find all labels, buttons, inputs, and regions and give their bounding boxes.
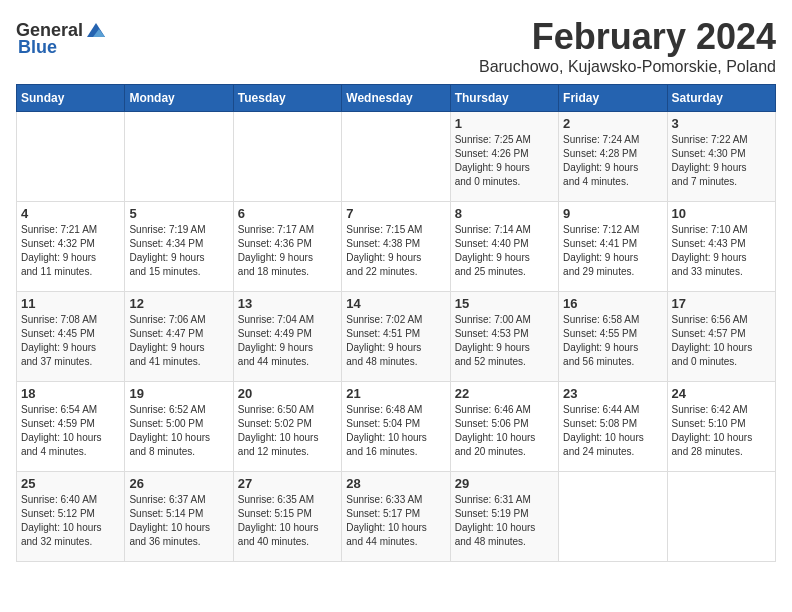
day-cell: 13Sunrise: 7:04 AMSunset: 4:49 PMDayligh… xyxy=(233,292,341,382)
day-cell xyxy=(17,112,125,202)
day-info: Sunrise: 6:33 AMSunset: 5:17 PMDaylight:… xyxy=(346,493,445,549)
day-number: 6 xyxy=(238,206,337,221)
day-info: Sunrise: 7:00 AMSunset: 4:53 PMDaylight:… xyxy=(455,313,554,369)
day-number: 2 xyxy=(563,116,662,131)
week-row-2: 11Sunrise: 7:08 AMSunset: 4:45 PMDayligh… xyxy=(17,292,776,382)
day-cell: 23Sunrise: 6:44 AMSunset: 5:08 PMDayligh… xyxy=(559,382,667,472)
day-number: 18 xyxy=(21,386,120,401)
day-cell: 27Sunrise: 6:35 AMSunset: 5:15 PMDayligh… xyxy=(233,472,341,562)
day-number: 10 xyxy=(672,206,771,221)
day-cell: 21Sunrise: 6:48 AMSunset: 5:04 PMDayligh… xyxy=(342,382,450,472)
day-info: Sunrise: 6:54 AMSunset: 4:59 PMDaylight:… xyxy=(21,403,120,459)
calendar-table: SundayMondayTuesdayWednesdayThursdayFrid… xyxy=(16,84,776,562)
day-info: Sunrise: 6:31 AMSunset: 5:19 PMDaylight:… xyxy=(455,493,554,549)
day-number: 23 xyxy=(563,386,662,401)
day-cell: 22Sunrise: 6:46 AMSunset: 5:06 PMDayligh… xyxy=(450,382,558,472)
day-info: Sunrise: 6:42 AMSunset: 5:10 PMDaylight:… xyxy=(672,403,771,459)
day-number: 29 xyxy=(455,476,554,491)
day-info: Sunrise: 7:06 AMSunset: 4:47 PMDaylight:… xyxy=(129,313,228,369)
day-cell: 20Sunrise: 6:50 AMSunset: 5:02 PMDayligh… xyxy=(233,382,341,472)
day-info: Sunrise: 7:24 AMSunset: 4:28 PMDaylight:… xyxy=(563,133,662,189)
day-info: Sunrise: 7:08 AMSunset: 4:45 PMDaylight:… xyxy=(21,313,120,369)
logo-blue-text: Blue xyxy=(18,37,57,58)
day-info: Sunrise: 6:37 AMSunset: 5:14 PMDaylight:… xyxy=(129,493,228,549)
day-cell: 16Sunrise: 6:58 AMSunset: 4:55 PMDayligh… xyxy=(559,292,667,382)
week-row-4: 25Sunrise: 6:40 AMSunset: 5:12 PMDayligh… xyxy=(17,472,776,562)
day-number: 8 xyxy=(455,206,554,221)
day-info: Sunrise: 7:25 AMSunset: 4:26 PMDaylight:… xyxy=(455,133,554,189)
day-number: 20 xyxy=(238,386,337,401)
day-number: 22 xyxy=(455,386,554,401)
calendar-header: SundayMondayTuesdayWednesdayThursdayFrid… xyxy=(17,85,776,112)
day-cell: 24Sunrise: 6:42 AMSunset: 5:10 PMDayligh… xyxy=(667,382,775,472)
day-cell: 25Sunrise: 6:40 AMSunset: 5:12 PMDayligh… xyxy=(17,472,125,562)
day-info: Sunrise: 6:48 AMSunset: 5:04 PMDaylight:… xyxy=(346,403,445,459)
day-info: Sunrise: 7:02 AMSunset: 4:51 PMDaylight:… xyxy=(346,313,445,369)
day-cell: 7Sunrise: 7:15 AMSunset: 4:38 PMDaylight… xyxy=(342,202,450,292)
day-cell: 14Sunrise: 7:02 AMSunset: 4:51 PMDayligh… xyxy=(342,292,450,382)
day-cell xyxy=(559,472,667,562)
header-cell-sunday: Sunday xyxy=(17,85,125,112)
title-area: February 2024 Baruchowo, Kujawsko-Pomors… xyxy=(479,16,776,76)
day-cell: 6Sunrise: 7:17 AMSunset: 4:36 PMDaylight… xyxy=(233,202,341,292)
day-info: Sunrise: 7:14 AMSunset: 4:40 PMDaylight:… xyxy=(455,223,554,279)
header-cell-saturday: Saturday xyxy=(667,85,775,112)
header-cell-thursday: Thursday xyxy=(450,85,558,112)
header-row: SundayMondayTuesdayWednesdayThursdayFrid… xyxy=(17,85,776,112)
day-info: Sunrise: 7:19 AMSunset: 4:34 PMDaylight:… xyxy=(129,223,228,279)
day-number: 12 xyxy=(129,296,228,311)
day-cell: 11Sunrise: 7:08 AMSunset: 4:45 PMDayligh… xyxy=(17,292,125,382)
day-number: 7 xyxy=(346,206,445,221)
day-info: Sunrise: 7:22 AMSunset: 4:30 PMDaylight:… xyxy=(672,133,771,189)
day-cell: 1Sunrise: 7:25 AMSunset: 4:26 PMDaylight… xyxy=(450,112,558,202)
location-subtitle: Baruchowo, Kujawsko-Pomorskie, Poland xyxy=(479,58,776,76)
day-cell: 29Sunrise: 6:31 AMSunset: 5:19 PMDayligh… xyxy=(450,472,558,562)
day-number: 25 xyxy=(21,476,120,491)
day-info: Sunrise: 7:15 AMSunset: 4:38 PMDaylight:… xyxy=(346,223,445,279)
day-number: 26 xyxy=(129,476,228,491)
day-cell: 5Sunrise: 7:19 AMSunset: 4:34 PMDaylight… xyxy=(125,202,233,292)
day-info: Sunrise: 6:40 AMSunset: 5:12 PMDaylight:… xyxy=(21,493,120,549)
day-number: 21 xyxy=(346,386,445,401)
day-info: Sunrise: 7:17 AMSunset: 4:36 PMDaylight:… xyxy=(238,223,337,279)
day-number: 11 xyxy=(21,296,120,311)
day-cell: 17Sunrise: 6:56 AMSunset: 4:57 PMDayligh… xyxy=(667,292,775,382)
logo-icon xyxy=(85,21,107,41)
header-cell-friday: Friday xyxy=(559,85,667,112)
day-number: 9 xyxy=(563,206,662,221)
day-number: 13 xyxy=(238,296,337,311)
week-row-1: 4Sunrise: 7:21 AMSunset: 4:32 PMDaylight… xyxy=(17,202,776,292)
day-number: 28 xyxy=(346,476,445,491)
day-number: 4 xyxy=(21,206,120,221)
header-cell-monday: Monday xyxy=(125,85,233,112)
day-cell xyxy=(233,112,341,202)
day-info: Sunrise: 6:50 AMSunset: 5:02 PMDaylight:… xyxy=(238,403,337,459)
day-cell xyxy=(125,112,233,202)
day-number: 1 xyxy=(455,116,554,131)
day-cell: 28Sunrise: 6:33 AMSunset: 5:17 PMDayligh… xyxy=(342,472,450,562)
day-info: Sunrise: 7:10 AMSunset: 4:43 PMDaylight:… xyxy=(672,223,771,279)
month-title: February 2024 xyxy=(479,16,776,58)
day-number: 17 xyxy=(672,296,771,311)
day-cell: 8Sunrise: 7:14 AMSunset: 4:40 PMDaylight… xyxy=(450,202,558,292)
logo: General Blue xyxy=(16,20,107,58)
day-cell: 15Sunrise: 7:00 AMSunset: 4:53 PMDayligh… xyxy=(450,292,558,382)
day-cell: 2Sunrise: 7:24 AMSunset: 4:28 PMDaylight… xyxy=(559,112,667,202)
day-info: Sunrise: 6:58 AMSunset: 4:55 PMDaylight:… xyxy=(563,313,662,369)
day-info: Sunrise: 7:21 AMSunset: 4:32 PMDaylight:… xyxy=(21,223,120,279)
day-number: 19 xyxy=(129,386,228,401)
day-info: Sunrise: 7:04 AMSunset: 4:49 PMDaylight:… xyxy=(238,313,337,369)
day-number: 27 xyxy=(238,476,337,491)
day-number: 24 xyxy=(672,386,771,401)
calendar-body: 1Sunrise: 7:25 AMSunset: 4:26 PMDaylight… xyxy=(17,112,776,562)
day-cell: 10Sunrise: 7:10 AMSunset: 4:43 PMDayligh… xyxy=(667,202,775,292)
week-row-0: 1Sunrise: 7:25 AMSunset: 4:26 PMDaylight… xyxy=(17,112,776,202)
day-cell: 19Sunrise: 6:52 AMSunset: 5:00 PMDayligh… xyxy=(125,382,233,472)
day-info: Sunrise: 6:44 AMSunset: 5:08 PMDaylight:… xyxy=(563,403,662,459)
day-number: 16 xyxy=(563,296,662,311)
day-cell: 4Sunrise: 7:21 AMSunset: 4:32 PMDaylight… xyxy=(17,202,125,292)
day-number: 14 xyxy=(346,296,445,311)
day-info: Sunrise: 6:35 AMSunset: 5:15 PMDaylight:… xyxy=(238,493,337,549)
day-info: Sunrise: 6:52 AMSunset: 5:00 PMDaylight:… xyxy=(129,403,228,459)
day-cell: 26Sunrise: 6:37 AMSunset: 5:14 PMDayligh… xyxy=(125,472,233,562)
